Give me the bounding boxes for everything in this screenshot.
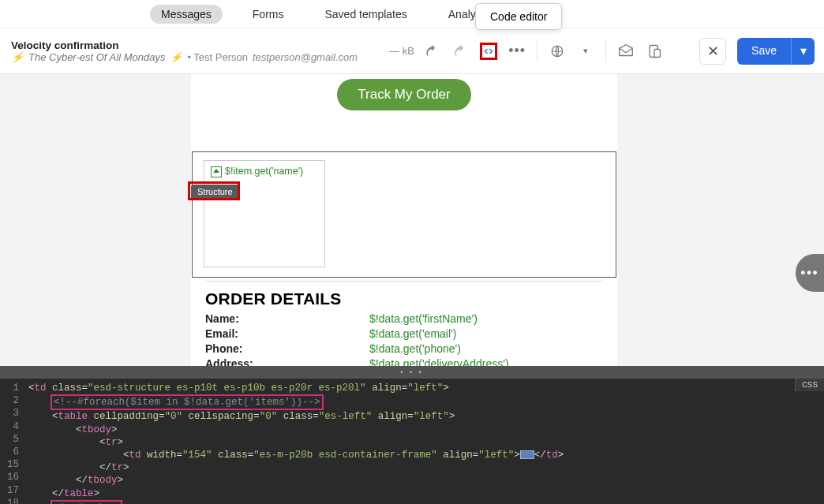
email-canvas-area[interactable]: Track My Order $!item.get('name') ORDER … [0, 74, 824, 366]
code-editor-button[interactable] [480, 43, 497, 60]
more-button[interactable]: ••• [508, 43, 526, 60]
item-placeholder-text: $!item.get('name') [225, 166, 303, 177]
order-detail-label: Name: [205, 312, 369, 327]
order-detail-label: Phone: [205, 342, 369, 357]
top-nav: Messages Forms Saved templates Analytics [0, 0, 824, 28]
order-detail-row: Email:$!data.get('email') [205, 327, 603, 342]
code-editor[interactable]: CSS 1234561516171819 <td class="esd-stru… [0, 379, 824, 504]
code-lines[interactable]: <td class="esd-structure es-p10t es-p10b… [24, 379, 564, 504]
tab-saved-templates[interactable]: Saved templates [313, 5, 418, 24]
css-tab[interactable]: CSS [795, 379, 824, 391]
order-detail-value: $!data.get('firstName') [369, 312, 478, 327]
undo-button[interactable] [423, 43, 440, 60]
order-detail-value: $!data.get('phone') [369, 342, 461, 357]
lightning-icon: ⚡ [170, 51, 182, 63]
svg-rect-2 [654, 49, 661, 57]
header-bar: Velocity confirmation ⚡ The Cyber-est Of… [0, 28, 824, 74]
language-button[interactable] [549, 43, 566, 60]
panel-splitter[interactable]: • • • [0, 366, 824, 379]
redo-button[interactable] [451, 43, 469, 60]
size-indicator: — kB [389, 45, 414, 57]
structure-block[interactable]: $!item.get('name') [192, 151, 616, 278]
save-button[interactable]: Save [737, 38, 791, 65]
email-canvas[interactable]: Track My Order $!item.get('name') ORDER … [191, 74, 617, 366]
order-detail-value: $!data.get('deliveryAddress') [369, 357, 509, 366]
order-detail-label: Email: [205, 327, 369, 342]
order-detail-row: Address:$!data.get('deliveryAddress') [205, 357, 603, 366]
item-placeholder-box[interactable]: $!item.get('name') [204, 160, 325, 267]
close-button[interactable]: ✕ [699, 38, 726, 65]
order-details-block[interactable]: ORDER DETAILS Name:$!data.get('firstName… [191, 278, 617, 366]
language-caret[interactable]: ▾ [577, 43, 594, 60]
code-gutter: 1234561516171819 [0, 379, 24, 504]
structure-highlight [188, 181, 240, 200]
toolbar: ••• ▾ ✕ Save ▾ [423, 38, 815, 65]
code-editor-tooltip: Code editor [475, 3, 562, 30]
order-detail-row: Name:$!data.get('firstName') [205, 312, 603, 327]
order-detail-label: Address: [205, 357, 369, 366]
track-order-button[interactable]: Track My Order [337, 79, 470, 110]
save-caret[interactable]: ▾ [791, 38, 815, 65]
lightning-icon: ⚡ [11, 51, 24, 63]
broken-image-icon [211, 166, 222, 177]
tab-messages[interactable]: Messages [150, 5, 223, 24]
test-button[interactable] [617, 43, 635, 60]
side-fab[interactable]: ••• [796, 254, 824, 292]
order-details-heading: ORDER DETAILS [205, 289, 603, 308]
preview-devices-button[interactable] [646, 43, 663, 60]
message-subject: The Cyber-est Of All Mondays [28, 51, 165, 63]
test-person-label: • Test Person [187, 51, 248, 63]
message-title: Velocity confirmation [11, 39, 358, 51]
test-person-email: testperson@gmail.com [253, 51, 358, 63]
tab-forms[interactable]: Forms [242, 5, 295, 24]
order-detail-value: $!data.get('email') [369, 327, 456, 342]
order-detail-row: Phone:$!data.get('phone') [205, 342, 603, 357]
